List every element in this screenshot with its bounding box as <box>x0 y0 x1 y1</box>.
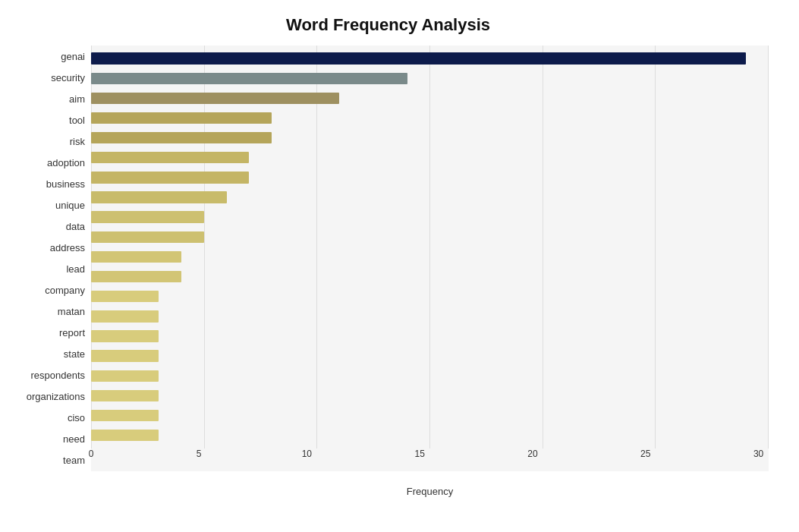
x-tick-label: 20 <box>527 449 537 459</box>
bar <box>91 93 339 104</box>
x-tick-label: 5 <box>197 449 202 459</box>
bar <box>91 291 159 302</box>
y-label: risk <box>70 137 85 146</box>
bar-row <box>91 367 769 384</box>
bar <box>91 410 159 421</box>
bar <box>91 172 249 183</box>
x-axis-title: Frequency <box>407 486 453 497</box>
bar-row <box>91 150 769 166</box>
y-label: state <box>64 349 85 359</box>
bar <box>91 370 159 382</box>
bar-row <box>91 228 769 245</box>
bar-row <box>91 130 769 146</box>
bar-row <box>91 328 769 345</box>
bars-inner <box>91 46 769 449</box>
y-label: need <box>63 434 85 444</box>
y-label: respondents <box>30 370 85 380</box>
y-label: team <box>63 455 85 465</box>
chart-area: genaisecurityaimtoolriskadoptionbusiness… <box>8 46 769 471</box>
bar-row <box>91 109 769 126</box>
x-tick-label: 30 <box>753 449 763 459</box>
bar-row <box>91 269 769 285</box>
y-label: company <box>45 285 85 295</box>
bar <box>91 430 159 441</box>
bar <box>91 231 204 243</box>
bar <box>91 350 159 361</box>
x-tick-label: 0 <box>89 449 94 459</box>
bar <box>91 310 159 322</box>
y-label: business <box>46 179 85 189</box>
y-label: report <box>59 328 85 338</box>
bar <box>91 152 249 163</box>
x-axis-labels: 051015202530 <box>91 449 769 471</box>
y-label: unique <box>55 200 85 210</box>
y-label: data <box>66 222 85 231</box>
y-axis-labels: genaisecurityaimtoolriskadoptionbusiness… <box>8 46 91 471</box>
bar <box>91 132 272 143</box>
bar-row <box>91 90 769 106</box>
bar <box>91 330 159 342</box>
bars-area: 051015202530 Frequency <box>91 46 769 471</box>
bar-row <box>91 189 769 206</box>
y-label: tool <box>69 115 85 125</box>
bar <box>91 73 407 84</box>
y-label: aim <box>69 94 85 104</box>
bar-row <box>91 209 769 225</box>
bar-row <box>91 50 769 67</box>
y-label: genai <box>61 52 85 61</box>
y-label: lead <box>66 264 85 274</box>
bar <box>91 52 746 64</box>
y-label: matan <box>58 307 85 316</box>
bar <box>91 112 272 124</box>
bar-row <box>91 427 769 444</box>
y-label: organizations <box>27 392 85 401</box>
bar-row <box>91 248 769 265</box>
bar <box>91 271 181 282</box>
bar <box>91 251 181 263</box>
y-label: security <box>51 73 85 83</box>
x-tick-label: 15 <box>414 449 424 459</box>
bar-row <box>91 169 769 186</box>
y-label: ciso <box>68 413 85 423</box>
bar-row <box>91 70 769 87</box>
chart-title: Word Frequency Analysis <box>8 15 769 35</box>
chart-container: Word Frequency Analysis genaisecurityaim… <box>0 0 799 532</box>
bar <box>91 191 227 203</box>
bar-row <box>91 408 769 424</box>
y-label: address <box>50 243 85 253</box>
bar-row <box>91 288 769 305</box>
y-label: adoption <box>47 158 85 168</box>
bar <box>91 390 159 401</box>
bar-row <box>91 308 769 325</box>
x-tick-label: 10 <box>302 449 312 459</box>
bar <box>91 211 204 222</box>
x-tick-label: 25 <box>640 449 650 459</box>
bar-row <box>91 348 769 364</box>
bar-row <box>91 387 769 404</box>
